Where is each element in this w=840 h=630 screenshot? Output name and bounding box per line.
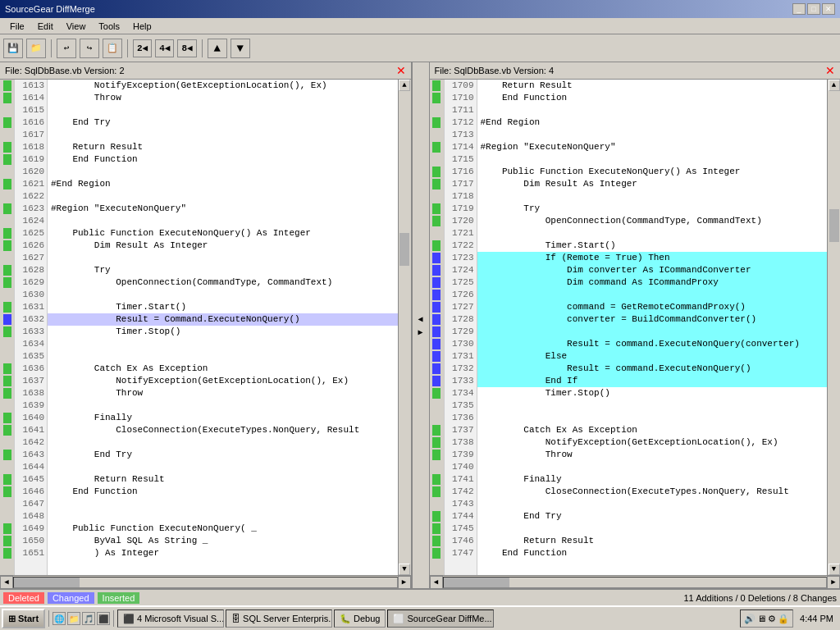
menu-help[interactable]: Help <box>126 20 158 33</box>
start-button[interactable]: ⊞ Start <box>2 609 45 628</box>
code-line <box>477 104 828 116</box>
left-vscrollbar[interactable]: ▲ ▼ <box>398 80 411 575</box>
toolbar-btn-copy[interactable]: 📋 <box>103 39 122 58</box>
taskbar-vs-btn[interactable]: ⬛ 4 Microsoft Visual S... <box>117 609 224 628</box>
right-scroll-down-btn[interactable]: ▼ <box>829 564 840 575</box>
code-line: #Region "ExecuteNonQuery" <box>48 203 398 215</box>
toolbar-btn-save[interactable]: 💾 <box>3 39 23 58</box>
right-hscrollbar[interactable]: ◀ ▶ <box>430 575 841 588</box>
right-file-title: File: SqlDbBase.vb Version: 4 <box>435 66 555 75</box>
scroll-down-btn[interactable]: ▼ <box>399 564 410 575</box>
code-line <box>48 510 398 523</box>
right-hscroll-thumb[interactable] <box>444 578 509 587</box>
minimize-button[interactable]: _ <box>792 3 806 15</box>
code-line <box>48 166 398 178</box>
marker-24 <box>0 363 14 375</box>
menu-edit[interactable]: Edit <box>31 20 60 33</box>
code-line: ) As Integer <box>48 547 398 559</box>
scroll-thumb[interactable] <box>399 233 409 266</box>
left-close-btn[interactable]: ✕ <box>396 64 406 77</box>
code-line: CloseConnection(ExecuteTypes.NonQuery, R… <box>48 424 398 436</box>
quicklaunch-folder-icon[interactable]: 📁 <box>67 612 80 625</box>
toolbar-btn-undo[interactable]: ↩ <box>57 39 76 58</box>
code-line <box>48 190 398 203</box>
toolbar-2w-btn[interactable]: 2◀ <box>133 39 152 57</box>
code-line: End Try <box>477 510 828 523</box>
main-content: File: SqlDbBase.vb Version: 2 ✕ <box>0 62 840 589</box>
code-line <box>48 399 398 412</box>
hscroll-thumb[interactable] <box>14 578 80 587</box>
marker-8 <box>0 166 14 178</box>
marker-31 <box>0 449 14 461</box>
titlebar: SourceGear DiffMerge _ □ ✕ <box>0 0 840 18</box>
marker-6 <box>0 141 14 153</box>
menu-tools[interactable]: Tools <box>92 20 126 33</box>
quicklaunch-media-icon[interactable]: 🎵 <box>82 612 95 625</box>
marker-38 <box>0 535 14 547</box>
taskbar-sql-btn[interactable]: 🗄 SQL Server Enterpris... <box>226 609 332 628</box>
taskbar-debug-icon: 🐛 <box>340 614 351 624</box>
quicklaunch-ie-icon[interactable]: 🌐 <box>52 612 66 625</box>
marker-5 <box>0 129 14 141</box>
right-hscroll-left-btn[interactable]: ◀ <box>430 576 443 589</box>
code-line: Try <box>48 264 398 276</box>
toolbar-4w-btn[interactable]: 4◀ <box>155 39 174 57</box>
taskbar-debug-btn[interactable]: 🐛 Debug <box>334 609 386 628</box>
quicklaunch-extra-icon[interactable]: ⬛ <box>97 612 110 625</box>
right-hscroll-right-btn[interactable]: ▶ <box>827 576 840 589</box>
right-close-btn[interactable]: ✕ <box>825 64 835 77</box>
right-scroll-up-btn[interactable]: ▲ <box>829 80 840 91</box>
systray-icon-4: 🔒 <box>778 614 789 624</box>
code-line: Finally <box>48 412 398 424</box>
right-panel: File: SqlDbBase.vb Version: 4 ✕ <box>430 62 841 588</box>
maximize-button[interactable]: □ <box>807 3 820 15</box>
toolbar-8w-btn[interactable]: 8◀ <box>177 39 196 57</box>
code-line-highlight <box>477 326 828 338</box>
marker-2 <box>0 92 14 104</box>
marker-39 <box>0 547 14 559</box>
code-line: Catch Ex As Exception <box>477 424 828 436</box>
hscroll-right-btn[interactable]: ▶ <box>398 576 411 589</box>
marker-26 <box>0 387 14 399</box>
code-line: Try <box>477 203 828 215</box>
code-line: NotifyException(GetExceptionLocation(), … <box>477 436 828 449</box>
nav-down-btn[interactable]: ▼ <box>231 39 250 58</box>
toolbar-separator-2 <box>127 39 128 57</box>
code-line: OpenConnection(CommandType, CommandText) <box>477 215 828 227</box>
code-line <box>48 436 398 449</box>
code-line <box>477 399 828 412</box>
left-hscrollbar[interactable]: ◀ ▶ <box>0 575 411 588</box>
titlebar-controls: _ □ ✕ <box>792 3 835 15</box>
code-line: Return Result <box>48 473 398 486</box>
marker-7 <box>0 153 14 166</box>
code-line <box>477 498 828 510</box>
menu-view[interactable]: View <box>60 20 93 33</box>
status-inserted-badge: Inserted <box>98 592 140 604</box>
marker-25 <box>0 375 14 387</box>
status-changed-badge: Changed <box>48 592 94 604</box>
right-code-lines: Return Result End Function #End Region #… <box>477 80 828 575</box>
marker-20 <box>0 313 14 326</box>
taskbar-diffmerge-btn[interactable]: ⬜ SourceGear DiffMe... <box>387 609 494 628</box>
nav-up-btn[interactable]: ▲ <box>208 39 227 58</box>
code-line-highlight: Result = command.ExecuteNonQuery(convert… <box>477 338 828 350</box>
marker-28 <box>0 412 14 424</box>
close-button[interactable]: ✕ <box>822 3 835 15</box>
toolbar-btn-open[interactable]: 📁 <box>26 39 46 58</box>
code-line: End Function <box>48 486 398 498</box>
start-label: Start <box>18 614 39 623</box>
splitter-arrow-left[interactable]: ◀ <box>418 314 422 324</box>
right-vscrollbar[interactable]: ▲ ▼ <box>827 80 840 575</box>
marker-13 <box>0 227 14 240</box>
right-line-numbers: 1709 1710 1711 1712 1713 1714 1715 1716 … <box>445 80 477 575</box>
code-line: End Try <box>48 116 398 129</box>
toolbar-btn-redo[interactable]: ↪ <box>80 39 99 58</box>
menu-file[interactable]: File <box>3 20 31 33</box>
left-file-header: File: SqlDbBase.vb Version: 2 ✕ <box>0 62 411 80</box>
right-scroll-track <box>829 91 840 564</box>
hscroll-left-btn[interactable]: ◀ <box>0 576 13 589</box>
scroll-up-btn[interactable]: ▲ <box>399 80 410 91</box>
splitter-arrow-right[interactable]: ▶ <box>418 327 422 337</box>
marker-35 <box>0 498 14 510</box>
right-scroll-thumb[interactable] <box>829 209 839 242</box>
